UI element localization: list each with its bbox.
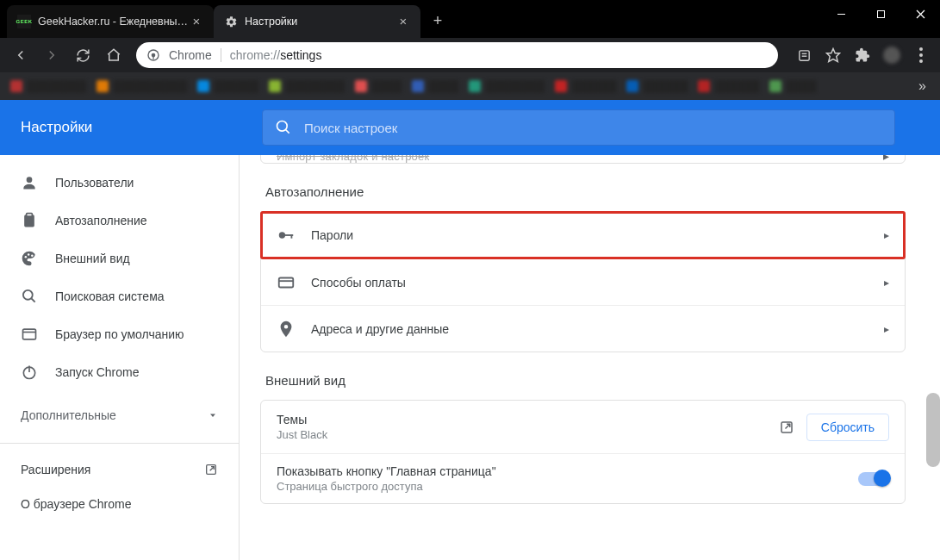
settings-header: Настройки xyxy=(0,100,940,155)
extensions-puzzle-icon[interactable] xyxy=(850,43,875,67)
svg-point-18 xyxy=(27,177,33,183)
open-external-icon xyxy=(204,463,218,476)
nav-label: Автозаполнение xyxy=(55,214,147,227)
person-icon xyxy=(21,174,38,191)
settings-main: Импорт закладок и настроек ▸ Автозаполне… xyxy=(240,155,940,560)
browser-tab-settings[interactable]: Настройки × xyxy=(214,5,420,38)
settings-search-input[interactable] xyxy=(304,121,882,135)
bookmark-item[interactable]: ██████ xyxy=(626,80,688,92)
nav-label: Браузер по умолчанию xyxy=(55,327,184,341)
import-bookmarks-row-card[interactable]: Импорт закладок и настроек ▸ xyxy=(260,155,906,164)
autofill-card: Пароли ▸ Способы оплаты ▸ Адреса и други… xyxy=(260,211,906,352)
url-text: chrome://settings xyxy=(230,48,322,62)
open-external-icon[interactable] xyxy=(779,420,794,435)
nav-item-appearance[interactable]: Внешний вид xyxy=(0,240,239,277)
settings-sidebar: Пользователи Автозаполнение Внешний вид … xyxy=(0,155,240,560)
window-maximize-button[interactable] xyxy=(861,0,900,28)
key-icon xyxy=(277,226,296,245)
row-payment-methods[interactable]: Способы оплаты ▸ xyxy=(261,258,905,305)
search-icon xyxy=(275,119,292,136)
svg-marker-11 xyxy=(827,49,840,62)
row-themes[interactable]: Темы Just Black Сбросить xyxy=(261,401,905,453)
reset-theme-button[interactable]: Сбросить xyxy=(806,414,889,441)
window-close-button[interactable] xyxy=(900,0,940,28)
nav-home-button[interactable] xyxy=(100,41,128,69)
browser-tab-geekhacker[interactable]: GEEK GeekHacker.ru - Ежедневный жу × xyxy=(7,5,214,38)
themes-value: Just Black xyxy=(277,428,327,441)
credit-card-icon xyxy=(277,273,296,292)
nav-item-extensions[interactable]: Расширения xyxy=(0,452,239,487)
bookmark-item[interactable]: ██████ xyxy=(555,80,616,92)
nav-label: Пользователи xyxy=(55,176,134,190)
svg-marker-30 xyxy=(210,414,215,418)
location-pin-icon xyxy=(277,320,296,339)
new-tab-button[interactable]: + xyxy=(426,9,450,33)
nav-item-on-startup[interactable]: Запуск Chrome xyxy=(0,353,239,391)
bookmarks-overflow-icon[interactable]: » xyxy=(918,78,930,94)
row-label: Способы оплаты xyxy=(311,276,406,289)
bookmark-item[interactable]: ████████ xyxy=(269,80,345,92)
svg-line-25 xyxy=(32,299,35,302)
tab-close-icon[interactable]: × xyxy=(396,15,410,28)
bookmark-item[interactable]: ████████ xyxy=(469,80,545,92)
settings-search[interactable] xyxy=(262,109,895,146)
bookmark-item[interactable]: ████ xyxy=(769,80,816,92)
svg-rect-34 xyxy=(291,234,293,239)
nav-item-default-browser[interactable]: Браузер по умолчанию xyxy=(0,315,239,353)
svg-point-12 xyxy=(883,47,900,64)
bookmark-item[interactable]: ████ xyxy=(412,80,458,92)
section-title-appearance: Внешний вид xyxy=(265,373,900,388)
bookmark-item[interactable]: ██████ xyxy=(698,80,759,92)
svg-point-16 xyxy=(277,121,288,132)
vertical-scrollbar[interactable] xyxy=(926,255,940,560)
home-button-sub: Страница быстрого доступа xyxy=(277,480,496,493)
browser-toolbar: Chrome chrome://settings xyxy=(0,38,940,72)
nav-back-button[interactable] xyxy=(7,41,34,69)
bookmarks-bar: ████████ ██████████ ██████ ████████ ████… xyxy=(0,72,940,100)
bookmark-item[interactable]: ████████ xyxy=(10,80,86,92)
tab-title: GeekHacker.ru - Ежедневный жу xyxy=(38,16,190,28)
svg-point-24 xyxy=(23,290,33,300)
chevron-right-icon: ▸ xyxy=(883,155,889,163)
bookmark-item[interactable]: ██████ xyxy=(197,80,258,92)
bookmark-item[interactable]: ████ xyxy=(355,80,402,92)
nav-item-users[interactable]: Пользователи xyxy=(0,164,239,202)
svg-point-32 xyxy=(279,232,285,238)
row-passwords[interactable]: Пароли ▸ xyxy=(261,212,905,258)
gear-icon xyxy=(224,15,238,28)
svg-point-22 xyxy=(28,253,30,256)
nav-label: Внешний вид xyxy=(55,252,130,265)
nav-item-autofill[interactable]: Автозаполнение xyxy=(0,202,239,240)
svg-rect-35 xyxy=(279,277,294,287)
row-show-home-button[interactable]: Показывать кнопку "Главная страница" Стр… xyxy=(261,453,905,503)
nav-reload-button[interactable] xyxy=(69,41,96,69)
nav-label: Дополнительные xyxy=(21,408,116,422)
svg-rect-26 xyxy=(23,329,36,339)
nav-forward-button[interactable] xyxy=(38,41,65,69)
svg-rect-1 xyxy=(877,10,884,17)
chevron-down-icon xyxy=(208,410,218,420)
search-icon xyxy=(21,288,38,305)
avatar-icon[interactable] xyxy=(880,43,904,67)
nav-label: О браузере Chrome xyxy=(21,497,132,511)
reader-mode-icon[interactable] xyxy=(792,43,816,67)
power-icon xyxy=(21,364,38,381)
bookmark-star-icon[interactable] xyxy=(821,43,845,67)
window-minimize-button[interactable] xyxy=(821,0,861,28)
address-bar[interactable]: Chrome chrome://settings xyxy=(136,42,778,68)
themes-label: Темы xyxy=(277,413,327,426)
chevron-right-icon: ▸ xyxy=(884,323,889,335)
home-button-toggle[interactable] xyxy=(858,472,889,486)
nav-item-search-engine[interactable]: Поисковая система xyxy=(0,277,239,315)
svg-rect-7 xyxy=(153,54,153,59)
tab-close-icon[interactable]: × xyxy=(190,15,203,28)
row-addresses[interactable]: Адреса и другие данные ▸ xyxy=(261,305,905,352)
row-label: Пароли xyxy=(311,228,353,242)
row-label: Адреса и другие данные xyxy=(311,322,449,336)
home-button-label: Показывать кнопку "Главная страница" xyxy=(277,464,496,478)
bookmark-item[interactable]: ██████████ xyxy=(96,80,187,92)
nav-item-advanced[interactable]: Дополнительные xyxy=(0,396,239,434)
site-info-icon[interactable] xyxy=(146,48,160,62)
nav-item-about[interactable]: О браузере Chrome xyxy=(0,487,239,521)
menu-kebab-icon[interactable] xyxy=(909,43,933,67)
